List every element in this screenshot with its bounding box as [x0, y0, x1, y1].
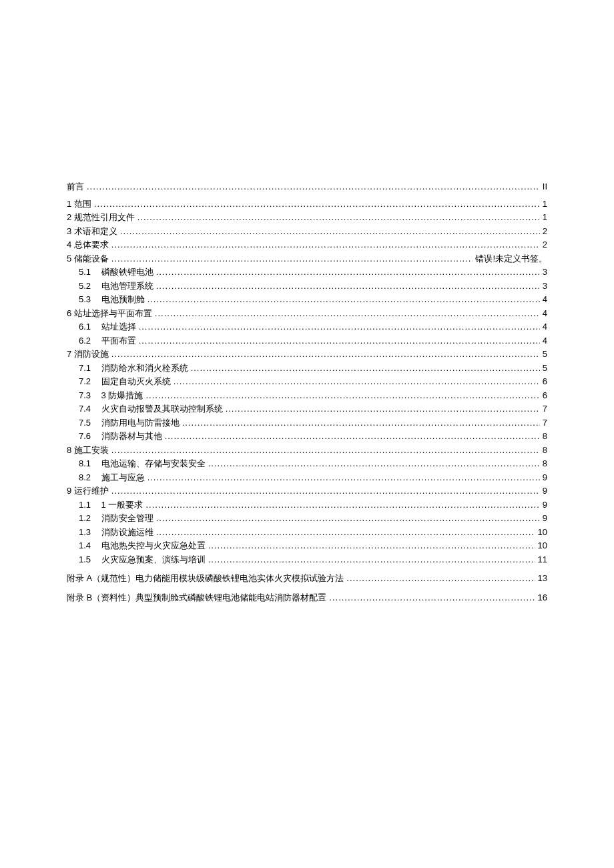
toc-entry-page: 1 — [543, 211, 547, 225]
toc-entry-title: 消防安全管理 — [99, 513, 154, 523]
toc-entry: 5.1 磷酸铁锂电池3 — [67, 266, 547, 280]
toc-entry-title: 3 防爆措施 — [99, 390, 143, 400]
toc-entry-label: 7.2 固定自动灭火系统 — [79, 375, 171, 389]
toc-entry-number: 5.2 — [79, 280, 99, 294]
toc-entry-number: 1.3 — [79, 526, 99, 540]
toc-entry-page: 10 — [538, 539, 547, 553]
toc-entry: 1.2 消防安全管理9 — [67, 512, 547, 526]
toc-entry: 6 站址选择与平面布置4 — [67, 307, 547, 321]
toc-entry-number: 7.3 — [79, 389, 99, 403]
toc-entry-page: 16 — [538, 591, 547, 605]
toc-entry: 附录 A（规范性）电力储能用模块级磷酸铁锂电池实体火灾模拟试验方法13 — [67, 572, 547, 586]
toc-entry-number: 1.4 — [79, 539, 99, 553]
toc-entry-page: 13 — [538, 572, 547, 586]
toc-entry-page: 6 — [543, 389, 547, 403]
toc-entry-title: 消防用电与防雷接地 — [99, 418, 180, 428]
toc-entry-label: 4 总体要求 — [67, 238, 109, 252]
toc-entry-page: 7 — [543, 402, 547, 416]
toc-entry-number: 6.2 — [79, 334, 99, 348]
toc-entry-label: 5.1 磷酸铁锂电池 — [79, 266, 154, 280]
toc-entry-label: 7.3 3 防爆措施 — [79, 389, 143, 403]
toc-entry-title: 1 一般要求 — [99, 500, 143, 510]
toc-entry-page: 9 — [543, 471, 547, 485]
toc-entry: 附录 B（资料性）典型预制舱式磷酸铁锂电池储能电站消防器材配置16 — [67, 591, 547, 605]
toc-entry: 1.5 火灾应急预案、演练与培训11 — [67, 553, 547, 567]
toc-entry-number: 8.2 — [79, 471, 99, 485]
toc-leader-dots — [174, 375, 540, 389]
toc-leader-dots — [156, 266, 540, 280]
toc-entry-title: 施工与应急 — [99, 472, 145, 482]
toc-leader-dots — [156, 526, 535, 540]
toc-entry-label: 1 范围 — [67, 197, 91, 211]
toc-entry-page: 4 — [543, 334, 547, 348]
toc-entry-label: 7.1 消防给水和消火栓系统 — [79, 362, 188, 376]
toc-leader-dots — [111, 348, 540, 362]
toc-entry-page: 4 — [543, 307, 547, 321]
toc-entry-label: 8.2 施工与应急 — [79, 471, 145, 485]
toc-leader-dots — [145, 498, 539, 512]
toc-leader-dots — [346, 572, 535, 586]
toc-entry-title: 站址选择 — [99, 322, 136, 332]
toc-entry-title: 消防给水和消火栓系统 — [99, 363, 188, 373]
toc-entry: 7.2 固定自动灭火系统6 — [67, 375, 547, 389]
toc-entry-label: 5.2 电池管理系统 — [79, 280, 154, 294]
toc-entry-number: 6.1 — [79, 320, 99, 334]
toc-entry-title: 固定自动灭火系统 — [99, 376, 171, 386]
toc-entry-page: 错误!未定义书签。 — [475, 252, 547, 266]
toc-entry: 5.2 电池管理系统3 — [67, 280, 547, 294]
toc-entry: 7.1 消防给水和消火栓系统5 — [67, 362, 547, 376]
toc-entry-page: 9 — [543, 484, 547, 498]
toc-entry-title: 电池预制舱 — [99, 294, 145, 304]
toc-entry-page: 9 — [543, 498, 547, 512]
toc-entry: 7.3 3 防爆措施6 — [67, 389, 547, 403]
toc-entry-label: 7 消防设施 — [67, 348, 109, 362]
toc-entry-label: 1.4 电池热失控与火灾应急处置 — [79, 539, 206, 553]
toc-entry-label: 1.5 火灾应急预案、演练与培训 — [79, 553, 206, 567]
toc-entry-label: 前言 — [67, 180, 84, 194]
toc-leader-dots — [208, 553, 535, 567]
toc-entry-label: 2 规范性引用文件 — [67, 211, 135, 225]
toc-entry: 9 运行维护9 — [67, 484, 547, 498]
toc-leader-dots — [87, 180, 540, 194]
toc-entry-label: 5.3 电池预制舱 — [79, 293, 145, 307]
toc-entry: 8 施工安装8 — [67, 444, 547, 458]
toc-entry: 8.2 施工与应急9 — [67, 471, 547, 485]
toc-entry-label: 1.3 消防设施运维 — [79, 526, 154, 540]
toc-leader-dots — [145, 389, 539, 403]
toc-leader-dots — [137, 211, 540, 225]
toc-entry-number: 5.1 — [79, 266, 99, 280]
toc-entry-page: 4 — [543, 320, 547, 334]
toc-entry-title: 电池热失控与火灾应急处置 — [99, 540, 206, 550]
toc-entry: 前言II — [67, 180, 547, 194]
toc-leader-dots — [182, 416, 540, 430]
toc-entry-page: 2 — [543, 225, 547, 239]
toc-entry-label: 附录 B（资料性）典型预制舱式磷酸铁锂电池储能电站消防器材配置 — [67, 591, 326, 605]
toc-leader-dots — [111, 444, 540, 458]
toc-entry-page: 3 — [543, 266, 547, 280]
toc-entry: 4 总体要求2 — [67, 238, 547, 252]
toc-entry-label: 9 运行维护 — [67, 484, 109, 498]
toc-leader-dots — [139, 320, 540, 334]
toc-entry-page: 5 — [543, 362, 547, 376]
toc-entry-number: 1.2 — [79, 512, 99, 526]
toc-entry-title: 平面布置 — [99, 336, 136, 346]
toc-entry-number: 7.4 — [79, 402, 99, 416]
toc-leader-dots — [111, 238, 540, 252]
toc-entry: 5.3 电池预制舱4 — [67, 293, 547, 307]
toc-entry-number: 7.5 — [79, 416, 99, 430]
toc-entry-page: 4 — [543, 293, 547, 307]
toc-leader-dots — [329, 591, 535, 605]
toc-entry-title: 火灾应急预案、演练与培训 — [99, 554, 206, 564]
toc-entry-label: 1.2 消防安全管理 — [79, 512, 154, 526]
toc-entry: 7.6 消防器材与其他8 — [67, 430, 547, 444]
toc-leader-dots — [147, 293, 540, 307]
toc-leader-dots — [208, 457, 540, 471]
toc-leader-dots — [156, 280, 540, 294]
toc-entry-label: 6.2 平面布置 — [79, 334, 136, 348]
toc-entry: 8.1 电池运输、存储与安装安全8 — [67, 457, 547, 471]
toc-entry-label: 1.1 1 一般要求 — [79, 498, 143, 512]
toc-entry-page: 7 — [543, 416, 547, 430]
toc-entry-page: 9 — [543, 512, 547, 526]
toc-entry-number: 7.2 — [79, 375, 99, 389]
toc-entry-number: 1.1 — [79, 498, 99, 512]
